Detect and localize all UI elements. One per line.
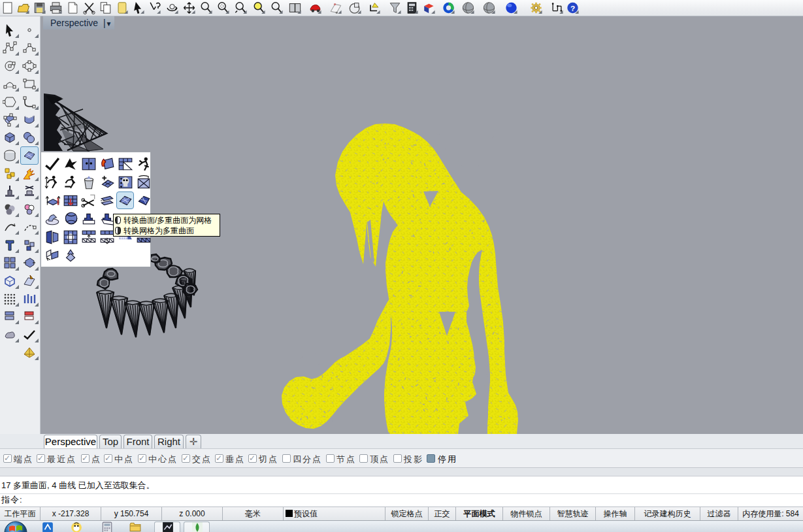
svg-text:?: ? <box>570 4 575 13</box>
